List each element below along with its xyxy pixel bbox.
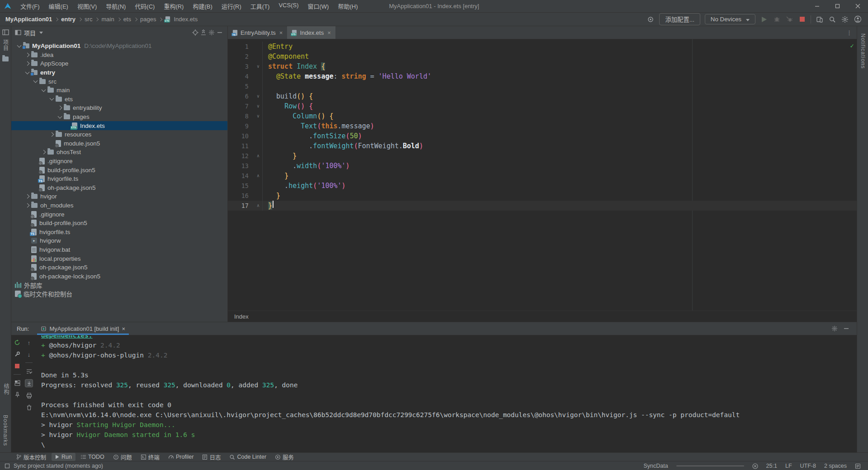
locate-file-icon[interactable] (191, 28, 199, 37)
menu-item[interactable]: 导航(N) (102, 0, 130, 12)
tree-row[interactable]: module.json5 (11, 139, 227, 148)
breadcrumb-item[interactable]: MyApplication01 (5, 16, 52, 23)
device-selector-dropdown[interactable]: No Devices (705, 14, 755, 24)
code-line[interactable]: 2@Component (228, 52, 857, 61)
close-icon[interactable]: × (279, 29, 283, 36)
tool-window-button-branch[interactable]: 版本控制 (13, 453, 50, 461)
tree-row[interactable]: local.properties (11, 254, 227, 263)
code-editor[interactable]: 1@Entry2@Component3∨struct Index {4 @Sta… (228, 39, 857, 311)
layout-settings-icon[interactable] (14, 379, 21, 386)
build-wrench-icon[interactable] (14, 351, 21, 358)
add-configuration-button[interactable]: 添加配置... (659, 13, 700, 25)
hide-panel-icon[interactable] (216, 28, 224, 37)
close-icon[interactable]: × (122, 325, 125, 332)
soft-wrap-icon[interactable] (25, 367, 33, 375)
stripe-label-bookmarks[interactable]: Bookmarks (2, 415, 9, 446)
code-line[interactable]: 13 .width('100%') (228, 161, 857, 171)
menu-item[interactable]: 代码(C) (131, 0, 159, 12)
tree-chevron-icon[interactable] (47, 98, 56, 100)
tree-row[interactable]: entryability (11, 103, 227, 113)
up-stack-icon[interactable]: ↑ (25, 339, 33, 346)
tree-row[interactable]: build-profile.json5 (11, 219, 227, 228)
breadcrumb-item[interactable]: ets (123, 16, 131, 23)
tree-chevron-icon[interactable] (47, 133, 56, 136)
stripe-label-structure[interactable]: 结构 (2, 383, 10, 395)
menu-item[interactable]: 视图(V) (73, 0, 101, 12)
minimize-button[interactable] (807, 0, 827, 12)
tree-row[interactable]: ETSIndex.ets (11, 121, 227, 130)
status-message[interactable]: Sync project started (moments ago) (14, 463, 103, 469)
close-icon[interactable]: × (327, 29, 331, 36)
menu-item[interactable]: 运行(R) (217, 0, 245, 12)
menu-item[interactable]: 构建(B) (189, 0, 216, 12)
cancel-progress-icon[interactable] (752, 463, 758, 469)
breadcrumb-item[interactable]: Index.ets (174, 16, 198, 23)
project-panel-title[interactable]: 项目 (24, 28, 36, 37)
menu-item[interactable]: 重构(R) (160, 0, 188, 12)
stop-button[interactable] (798, 15, 806, 24)
breadcrumb-item[interactable]: pages (140, 16, 156, 23)
tree-chevron-icon[interactable] (39, 89, 47, 91)
close-button[interactable] (848, 0, 868, 12)
menu-item[interactable]: VCS(S) (274, 0, 302, 12)
tree-row[interactable]: oh-package-lock.json5 (11, 272, 227, 281)
pin-icon[interactable] (14, 391, 21, 398)
tree-row[interactable]: entry (11, 68, 227, 77)
event-log-icon[interactable] (5, 463, 10, 469)
run-console-output[interactable]: dependencies:+ @ohos/hvigor 2.4.2+ @ohos… (35, 335, 857, 453)
tree-row[interactable]: build-profile.json5 (11, 165, 227, 174)
menu-item[interactable]: 文件(F) (16, 0, 44, 12)
tool-window-button-problem[interactable]: 问题 (110, 453, 136, 461)
tab-list-icon[interactable]: ⋮ (846, 26, 857, 39)
search-everywhere-icon[interactable] (828, 15, 836, 24)
inspection-ok-icon[interactable]: ✓ (850, 42, 854, 49)
tree-row[interactable]: 外部库 (11, 281, 227, 290)
tool-window-button-profiler[interactable]: Profiler (165, 453, 198, 461)
tree-chevron-icon[interactable] (23, 195, 31, 198)
tree-row[interactable]: src (11, 77, 227, 86)
code-line[interactable]: 1@Entry (228, 42, 857, 52)
fold-marker-icon[interactable]: ∧ (254, 171, 263, 181)
fold-marker-icon[interactable]: ∧ (254, 201, 263, 211)
tree-row[interactable]: TShvigorfile.ts (11, 227, 227, 236)
breadcrumb-item[interactable]: src (85, 16, 92, 23)
stripe-label-notifications[interactable]: Notifications (860, 33, 866, 69)
run-button[interactable] (760, 15, 768, 24)
tree-row[interactable]: pages (11, 113, 227, 122)
code-line[interactable]: 3∨struct Index { (228, 61, 857, 71)
tool-window-button-todo[interactable]: TODO (77, 453, 108, 461)
fold-marker-icon[interactable]: ∨ (254, 61, 263, 71)
tree-chevron-icon[interactable] (23, 62, 31, 65)
tree-row[interactable]: oh_modules (11, 201, 227, 210)
tree-row[interactable]: ets (11, 95, 227, 104)
tree-row[interactable]: main (11, 86, 227, 95)
code-line[interactable]: 11 .fontWeight(FontWeight.Bold) (228, 141, 857, 151)
tree-chevron-icon[interactable] (56, 116, 64, 118)
breadcrumb-item[interactable]: main (101, 16, 114, 23)
tree-row[interactable]: resources (11, 130, 227, 139)
print-icon[interactable] (25, 392, 33, 399)
editor-tab[interactable]: ETSIndex.ets× (287, 26, 335, 39)
code-line[interactable]: 10 .fontSize(50) (228, 131, 857, 141)
tree-row[interactable]: ohosTest (11, 148, 227, 157)
code-line[interactable]: 7∨ Row() { (228, 101, 857, 111)
tree-row[interactable]: .idea (11, 51, 227, 60)
fold-marker-icon[interactable]: ∨ (254, 111, 263, 121)
tree-chevron-icon[interactable] (23, 204, 31, 207)
tree-row[interactable]: AppScope (11, 59, 227, 68)
tool-window-button-linter[interactable]: Code Linter (226, 453, 270, 461)
hide-run-panel-icon[interactable] (842, 324, 850, 333)
collapse-all-icon[interactable] (199, 28, 208, 37)
breadcrumb-item[interactable]: entry (61, 16, 75, 23)
code-line[interactable]: 12∧ } (228, 151, 857, 161)
settings-gear-icon[interactable] (841, 15, 849, 24)
fold-marker-icon[interactable]: ∨ (254, 101, 263, 111)
code-line[interactable]: 4 @State message: string = 'Hello World' (228, 71, 857, 81)
tool-window-button-services[interactable]: 服务 (272, 453, 297, 461)
indent-setting[interactable]: 2 spaces (824, 463, 847, 469)
code-line[interactable]: 15 .height('100%') (228, 181, 857, 191)
menu-item[interactable]: 工具(T) (246, 0, 274, 12)
commit-tool-icon[interactable] (2, 56, 9, 61)
chevron-down-icon[interactable] (39, 32, 43, 34)
tree-row[interactable]: .gitignore (11, 210, 227, 219)
